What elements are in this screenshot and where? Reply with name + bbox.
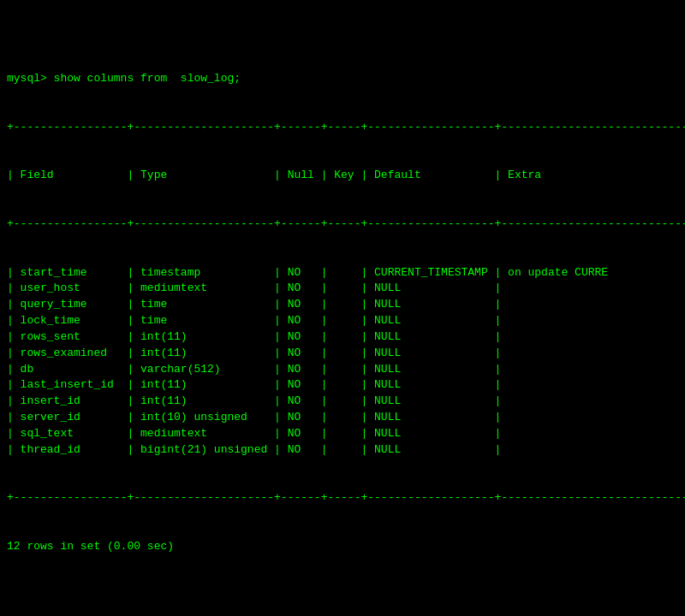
header1: | Field | Type | Null | Key | Default | … xyxy=(7,168,678,184)
table-row: | last_insert_id | int(11) | NO | | NULL… xyxy=(7,377,678,394)
table-row: | user_host | mediumtext | NO | | NULL | xyxy=(7,281,678,297)
sep1-3: +-----------------+---------------------… xyxy=(7,490,678,506)
table-row: | start_time | timestamp | NO | | CURREN… xyxy=(7,265,678,281)
table-row: | rows_sent | int(11) | NO | | NULL | xyxy=(7,329,678,346)
table-row: | db | varchar(512) | NO | | NULL | xyxy=(7,362,678,378)
sep1-2: +-----------------+---------------------… xyxy=(7,216,678,233)
table-row: | rows_examined | int(11) | NO | | NULL … xyxy=(7,346,678,362)
table-row: | lock_time | time | NO | | NULL | xyxy=(7,313,678,329)
table-row: | thread_id | bigint(21) unsigned | NO |… xyxy=(7,442,678,459)
result1: 12 rows in set (0.00 sec) xyxy=(7,539,678,555)
block1: mysql> show columns from slow_log; +----… xyxy=(7,39,678,588)
sep1-1: +-----------------+---------------------… xyxy=(7,120,678,136)
command1: mysql> show columns from slow_log; xyxy=(7,71,678,87)
terminal-output: mysql> show columns from slow_log; +----… xyxy=(7,7,678,616)
table-row: | server_id | int(10) unsigned | NO | | … xyxy=(7,410,678,426)
table-row: | query_time | time | NO | | NULL | xyxy=(7,297,678,313)
rows1: | start_time | timestamp | NO | | CURREN… xyxy=(7,265,678,459)
table-row: | sql_text | mediumtext | NO | | NULL | xyxy=(7,426,678,442)
table-row: | insert_id | int(11) | NO | | NULL | xyxy=(7,394,678,410)
